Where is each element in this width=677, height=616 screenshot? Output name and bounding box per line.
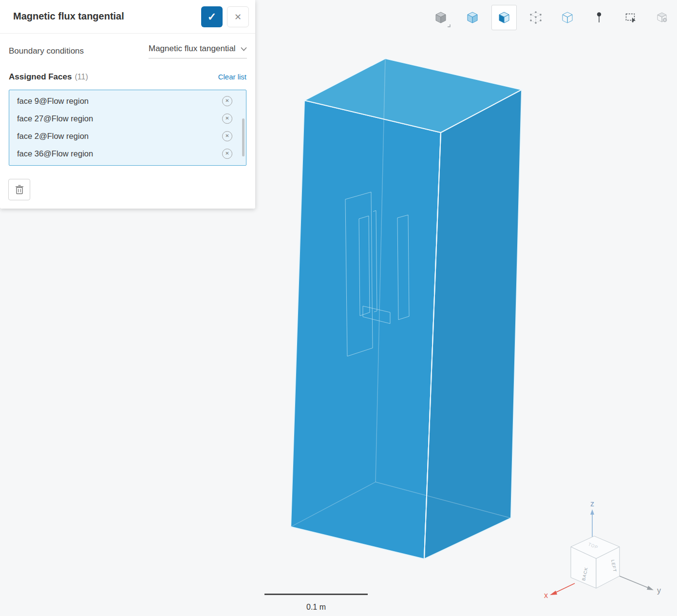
cube-settings-icon [656,11,669,24]
boundary-type-value: Magnetic flux tangential [149,44,236,54]
face-list-item[interactable]: face 27@Flow region ✕ [9,110,246,127]
assigned-faces-list[interactable]: face 9@Flow region ✕ face 27@Flow region… [9,90,246,166]
close-icon: ✕ [234,12,242,22]
face-name: face 9@Flow region [17,96,89,106]
x-axis-arrowhead [550,591,557,595]
view-toolbar [428,5,675,30]
face-list-item[interactable]: face 2@Flow region ✕ [9,127,246,145]
boundary-type-dropdown[interactable]: Magnetic flux tangential [149,44,247,58]
flow-region-box[interactable] [291,58,522,559]
boundary-condition-panel: Magnetic flux tangential ✓ ✕ Boundary co… [0,0,255,209]
boundary-conditions-label: Boundary conditions [9,46,84,56]
scale-bar: 0.1 m [264,594,368,612]
y-axis-line [620,576,649,588]
close-button[interactable]: ✕ [227,6,249,27]
view-mode-vertices-button[interactable] [523,5,548,30]
remove-x-icon: ✕ [225,116,229,121]
x-axis-line [554,583,575,593]
remove-face-button[interactable]: ✕ [222,131,232,141]
view-mode-surfaces-edges-button[interactable] [491,5,517,30]
view-mode-surfaces-button[interactable] [460,5,485,30]
scale-bar-label: 0.1 m [264,603,368,612]
face-list-item[interactable]: face 36@Flow region ✕ [9,145,246,162]
face-name: face 2@Flow region [17,132,89,141]
view-mode-solid-button[interactable] [428,5,453,30]
y-axis-arrowhead [647,586,654,590]
view-settings-button[interactable] [650,5,675,30]
chevron-down-icon [241,47,247,51]
remove-face-button[interactable]: ✕ [222,96,232,106]
wireframe-cube-icon [561,11,574,24]
face-name: face 36@Flow region [17,149,93,158]
y-axis-label: y [657,586,661,595]
remove-x-icon: ✕ [225,98,229,103]
panel-divider [0,33,255,34]
trash-icon [15,185,24,194]
z-axis-arrowhead [590,509,594,515]
box-select-button[interactable] [618,5,643,30]
check-icon: ✓ [207,11,216,23]
remove-face-button[interactable]: ✕ [222,114,232,124]
app-root: 0.1 m z y x TOP BACK LEFT Magnetic flux … [0,0,677,616]
panel-title: Magnetic flux tangential [13,11,124,22]
surfaces-cube-icon [466,11,479,24]
face-name: face 27@Flow region [17,114,93,123]
z-axis-label: z [590,500,594,508]
clear-list-link[interactable]: Clear list [218,73,246,81]
probe-pin-icon [593,11,605,24]
assigned-faces-count: (11) [75,73,88,81]
list-scrollbar[interactable] [242,118,244,156]
surfaces-and-edges-cube-icon [498,11,510,24]
dropdown-corner-icon [447,24,451,27]
box-front-face[interactable] [291,100,441,559]
remove-x-icon: ✕ [225,134,229,138]
remove-x-icon: ✕ [225,151,229,156]
assigned-faces-label: Assigned Faces [9,72,72,82]
assigned-faces-header: Assigned Faces (11) Clear list [9,72,246,82]
x-axis-label: x [544,591,548,599]
remove-face-button[interactable]: ✕ [222,149,232,159]
confirm-button[interactable]: ✓ [201,6,223,27]
orientation-gizmo[interactable]: z y x TOP BACK LEFT [533,495,670,612]
face-list-item[interactable]: face 9@Flow region ✕ [9,92,246,110]
view-mode-wireframe-button[interactable] [555,5,580,30]
solid-cube-icon [434,11,447,24]
navigation-cube[interactable]: TOP BACK LEFT [571,536,620,588]
box-select-icon [624,11,637,24]
delete-button[interactable] [8,179,30,200]
probe-point-button[interactable] [586,5,612,30]
vertices-cube-icon [529,11,542,24]
scale-bar-line [264,594,368,595]
